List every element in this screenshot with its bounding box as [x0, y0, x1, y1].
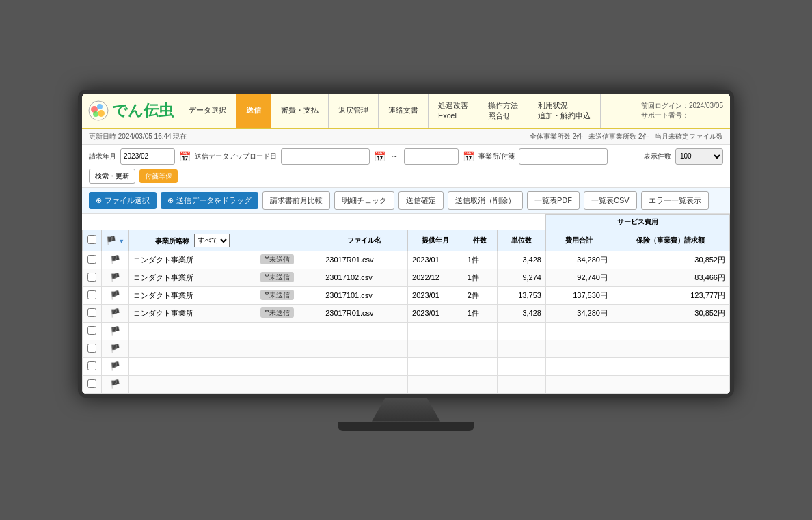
col-flag: 🏴 ▼	[102, 230, 129, 251]
office-input[interactable]	[519, 148, 608, 165]
office-filter-select[interactable]: すべて 未送信 送信済	[194, 234, 230, 247]
row-status-7	[256, 375, 321, 393]
service-cost-header-row: サービス費用	[83, 214, 730, 230]
row-office-1: コンダクト事業所	[129, 269, 256, 286]
header-right-info: 前回ログイン：2024/03/05 サポート番号：	[634, 94, 730, 128]
tilde: ～	[390, 151, 400, 161]
row-filename-5	[321, 340, 408, 357]
row-count-3: 1件	[463, 304, 497, 322]
send-data-end-input[interactable]	[404, 148, 459, 165]
row-count-7	[463, 375, 497, 393]
row-status-6	[256, 357, 321, 375]
compare-button[interactable]: 請求書前月比較	[262, 191, 330, 210]
row-filename-4	[321, 322, 408, 340]
row-cost_total-4	[545, 322, 612, 340]
row-unit_count-6	[497, 357, 545, 375]
detail-check-button[interactable]: 明細チェック	[334, 191, 394, 210]
claim-yearmonth-input[interactable]	[120, 148, 175, 165]
row-checkbox-2[interactable]	[87, 290, 96, 299]
attachment-button[interactable]: 付箋等保	[139, 169, 178, 183]
search-update-button[interactable]: 検索・更新	[89, 169, 135, 184]
table-row: 🏴	[83, 357, 730, 375]
row-cost_total-6	[545, 357, 612, 375]
claim-yearmonth-label: 請求年月	[89, 152, 116, 161]
column-header-row: 🏴 ▼ 事業所略称 すべて 未送信 送信済 ファイル名 提供年	[83, 230, 730, 251]
row-checkbox-1[interactable]	[87, 273, 96, 282]
row-checkbox-5[interactable]	[87, 344, 96, 353]
table-body: 🏴コンダクト事業所**未送信23017R01.csv2023/011件3,428…	[83, 251, 730, 393]
nav-billing[interactable]: 審費・支払	[271, 94, 329, 128]
row-insurance-7	[612, 375, 729, 393]
row-flag-0: 🏴	[102, 251, 129, 269]
update-time: 更新日時 2024/03/05 16:44 現在	[89, 132, 187, 141]
row-cost_total-5	[545, 340, 612, 357]
row-insurance-6	[612, 357, 729, 375]
nav-usage[interactable]: 利用状況追加・解約申込	[528, 94, 601, 128]
filter-bar: 請求年月 📅 送信データアップロード日 📅 ～ 📅 事業所/付箋 表示件数 50…	[82, 145, 730, 188]
row-office-4	[129, 322, 256, 340]
pdf-button[interactable]: 一覧表PDF	[527, 191, 580, 210]
row-filename-0: 23017R01.csv	[321, 251, 408, 269]
monitor-stand	[372, 398, 440, 422]
confirm-button[interactable]: 送信確定	[398, 191, 444, 210]
row-count-1: 1件	[463, 269, 497, 286]
support-number: サポート番号：	[641, 111, 723, 120]
row-status-2: **未送信	[256, 286, 321, 304]
calendar-icon-2[interactable]: 📅	[374, 151, 385, 162]
nav-send[interactable]: 送信	[236, 94, 271, 128]
row-insurance-0: 30,852円	[612, 251, 729, 269]
nav-excel[interactable]: 処遇改善Excel	[429, 94, 478, 128]
nav-contact-doc[interactable]: 連絡文書	[379, 94, 429, 128]
row-flag-7: 🏴	[102, 375, 129, 393]
calendar-icon-1[interactable]: 📅	[179, 151, 191, 162]
display-count-select[interactable]: 50 100 200	[675, 148, 723, 165]
row-office-0: コンダクト事業所	[129, 251, 256, 269]
row-cost_total-0: 34,280円	[545, 251, 612, 269]
file-select-button[interactable]: ⊕ ファイル選択	[89, 192, 157, 209]
row-checkbox-4[interactable]	[87, 326, 96, 335]
office-label: 事業所/付箋	[478, 152, 515, 161]
row-office-6	[129, 357, 256, 375]
error-list-button[interactable]: エラー一覧表示	[641, 191, 709, 210]
col-unit-count: 単位数	[497, 230, 545, 251]
main-table-container: サービス費用 🏴 ▼ 事業所略称 すべて 未	[82, 214, 730, 394]
row-cost_total-3: 34,280円	[545, 304, 612, 322]
row-status-1: **未送信	[256, 269, 321, 286]
row-count-5	[463, 340, 497, 357]
row-flag-5: 🏴	[102, 340, 129, 357]
cancel-button[interactable]: 送信取消（削除）	[448, 191, 523, 210]
row-insurance-3: 30,852円	[612, 304, 729, 322]
send-data-upload-input[interactable]	[281, 148, 370, 165]
select-all-checkbox[interactable]	[87, 235, 96, 244]
row-flag-3: 🏴	[102, 304, 129, 322]
table-row: 🏴コンダクト事業所**未送信23017101.csv2023/012件13,75…	[83, 286, 730, 304]
logo-icon	[87, 100, 109, 122]
row-count-4	[463, 322, 497, 340]
table-row: 🏴	[83, 322, 730, 340]
row-checkbox-3[interactable]	[87, 308, 96, 317]
row-filename-2: 23017101.csv	[321, 286, 408, 304]
row-filename-3: 23017R01.csv	[321, 304, 408, 322]
drag-upload-button[interactable]: ⊕ 送信データをドラッグ	[161, 192, 258, 209]
table-row: 🏴	[83, 375, 730, 393]
row-count-2: 2件	[463, 286, 497, 304]
nav-data-select[interactable]: データ選択	[179, 94, 236, 128]
row-year_month-5	[408, 340, 463, 357]
info-bar: 更新日時 2024/03/05 16:44 現在 全体事業所数 2件 未送信事業…	[82, 129, 730, 145]
row-checkbox-7[interactable]	[87, 379, 96, 388]
row-insurance-2: 123,777円	[612, 286, 729, 304]
csv-button[interactable]: 一覧表CSV	[584, 191, 637, 210]
stats-info: 全体事業所数 2件 未送信事業所数 2件 当月未確定ファイル数	[530, 132, 723, 141]
row-status-0: **未送信	[256, 251, 321, 269]
row-flag-2: 🏴	[102, 286, 129, 304]
nav-operation[interactable]: 操作方法照合せ	[478, 94, 528, 128]
nav-menu: データ選択 送信 審費・支払 返戻管理 連絡文書 処遇改善Excel 操作方法照…	[179, 94, 634, 128]
service-cost-header: サービス費用	[545, 214, 729, 230]
row-checkbox-6[interactable]	[87, 361, 96, 370]
col-count: 件数	[463, 230, 497, 251]
calendar-icon-3[interactable]: 📅	[463, 151, 474, 162]
row-status-3: **未送信	[256, 304, 321, 322]
nav-return-mgmt[interactable]: 返戻管理	[329, 94, 379, 128]
logo-text: でん伝虫	[112, 100, 174, 121]
row-checkbox-0[interactable]	[87, 255, 96, 264]
